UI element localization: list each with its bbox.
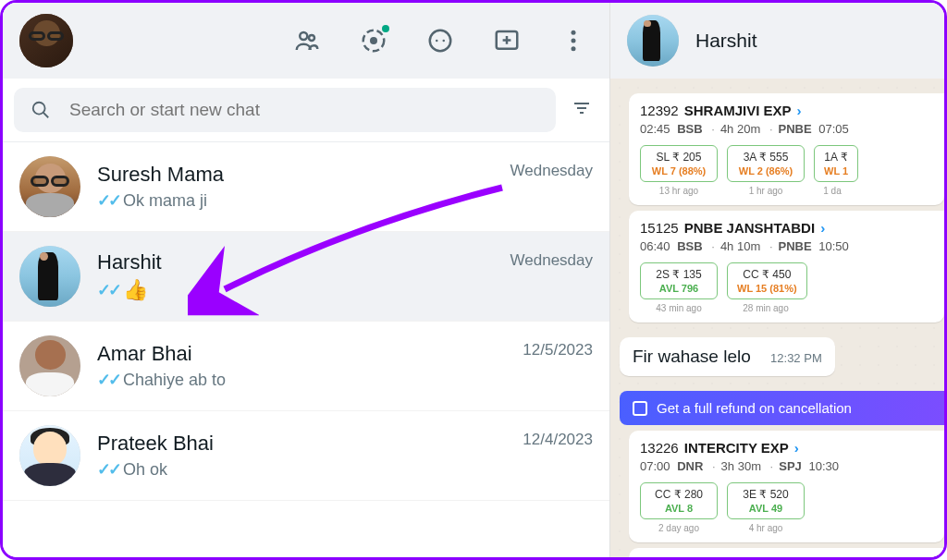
fare-class[interactable]: CC ₹ 450WL 15 (81%) bbox=[727, 262, 807, 299]
refund-banner[interactable]: Get a full refund on cancellation bbox=[620, 391, 944, 425]
chat-list-pane: Suresh Mama ✓✓ Ok mama ji Wednesday Hars… bbox=[3, 3, 610, 557]
read-checks-icon: ✓✓ bbox=[97, 459, 119, 480]
read-checks-icon: ✓✓ bbox=[97, 280, 119, 300]
chat-name: Harshit bbox=[97, 250, 510, 274]
svg-point-6 bbox=[443, 40, 446, 43]
svg-point-5 bbox=[436, 40, 438, 43]
chat-name: Prateek Bhai bbox=[97, 432, 523, 456]
svg-point-13 bbox=[33, 103, 45, 115]
communities-icon[interactable] bbox=[293, 27, 321, 55]
svg-point-11 bbox=[572, 39, 576, 43]
avatar bbox=[19, 246, 80, 307]
chat-name: Suresh Mama bbox=[97, 163, 510, 187]
avatar bbox=[19, 425, 80, 486]
train-card[interactable]: 15125 PNBE JANSHTABDI › 06:40 BSB 4h 10m… bbox=[629, 211, 944, 323]
svg-point-3 bbox=[370, 37, 377, 44]
svg-point-12 bbox=[572, 46, 576, 51]
chat-preview: Chahiye ab to bbox=[123, 371, 226, 390]
chat-item-harshit[interactable]: Harshit ✓✓ 👍 Wednesday bbox=[3, 232, 609, 322]
avatar bbox=[19, 156, 80, 217]
avatar bbox=[19, 335, 80, 396]
channels-icon[interactable] bbox=[426, 27, 454, 55]
train-card[interactable]: 12392 SHRAMJIVI EXP › 02:45 BSB 4h 20m P… bbox=[629, 93, 944, 205]
chat-time: Wednesday bbox=[510, 162, 593, 180]
read-checks-icon: ✓✓ bbox=[97, 190, 119, 211]
chat-preview: Ok mama ji bbox=[123, 191, 207, 211]
svg-point-0 bbox=[300, 32, 307, 40]
profile-avatar[interactable] bbox=[19, 14, 73, 67]
train-card[interactable]: 10483 ADI PJII EXP bbox=[629, 548, 944, 557]
message-body: Fir wahase lelo bbox=[633, 347, 751, 366]
chevron-right-icon: › bbox=[820, 220, 825, 236]
train-card[interactable]: 13226 INTERCITY EXP › 07:00 DNR 3h 30m S… bbox=[629, 431, 944, 542]
conversation-title: Harshit bbox=[695, 30, 757, 52]
left-header bbox=[3, 3, 609, 79]
chat-item-suresh[interactable]: Suresh Mama ✓✓ Ok mama ji Wednesday bbox=[3, 142, 609, 232]
fare-class[interactable]: 3E ₹ 520AVL 49 bbox=[727, 482, 805, 519]
checkbox-icon bbox=[633, 401, 647, 416]
fare-class[interactable]: SL ₹ 205WL 7 (88%) bbox=[640, 145, 718, 182]
svg-line-14 bbox=[43, 113, 49, 118]
chevron-right-icon: › bbox=[794, 440, 799, 456]
search-icon bbox=[31, 100, 51, 120]
chat-time: Wednesday bbox=[510, 251, 593, 270]
train-number: 12392 bbox=[640, 103, 679, 118]
search-input[interactable] bbox=[69, 100, 539, 120]
status-icon[interactable] bbox=[360, 27, 387, 55]
chevron-right-icon: › bbox=[797, 103, 802, 118]
fare-class[interactable]: 1A ₹WL 1 bbox=[814, 145, 858, 182]
svg-point-4 bbox=[430, 30, 451, 52]
chat-item-amar[interactable]: Amar Bhai ✓✓ Chahiye ab to 12/5/2023 bbox=[3, 322, 609, 411]
menu-icon[interactable] bbox=[560, 27, 587, 55]
thumbs-up-icon: 👍 bbox=[123, 278, 148, 302]
chat-item-prateek[interactable]: Prateek Bhai ✓✓ Oh ok 12/4/2023 bbox=[3, 411, 609, 501]
svg-point-10 bbox=[572, 30, 576, 35]
train-name: SHRAMJIVI EXP bbox=[684, 103, 792, 118]
svg-point-1 bbox=[309, 35, 314, 41]
refund-label: Get a full refund on cancellation bbox=[657, 400, 852, 416]
fare-class[interactable]: 3A ₹ 555WL 2 (86%) bbox=[727, 145, 805, 182]
messages-scroll[interactable]: 12392 SHRAMJIVI EXP › 02:45 BSB 4h 20m P… bbox=[610, 79, 944, 557]
new-chat-icon[interactable] bbox=[493, 27, 521, 55]
conversation-pane: Harshit 12392 SHRAMJIVI EXP › 02:45 BSB … bbox=[610, 3, 944, 557]
search-row bbox=[3, 79, 609, 142]
chat-list: Suresh Mama ✓✓ Ok mama ji Wednesday Hars… bbox=[3, 142, 609, 557]
message-time: 12:32 PM bbox=[770, 351, 822, 365]
filter-icon[interactable] bbox=[565, 91, 598, 128]
read-checks-icon: ✓✓ bbox=[97, 370, 119, 390]
fare-class[interactable]: 2S ₹ 135AVL 796 bbox=[640, 262, 718, 299]
chat-time: 12/5/2023 bbox=[523, 341, 593, 359]
fare-class[interactable]: CC ₹ 280AVL 8 bbox=[640, 482, 718, 519]
avatar bbox=[627, 15, 679, 67]
chat-name: Amar Bhai bbox=[97, 342, 523, 366]
chat-preview: Oh ok bbox=[123, 460, 167, 480]
search-box[interactable] bbox=[14, 88, 556, 132]
incoming-text-message: Fir wahase lelo 12:32 PM bbox=[620, 328, 944, 385]
chat-time: 12/4/2023 bbox=[523, 431, 593, 449]
conversation-header[interactable]: Harshit bbox=[610, 3, 944, 79]
